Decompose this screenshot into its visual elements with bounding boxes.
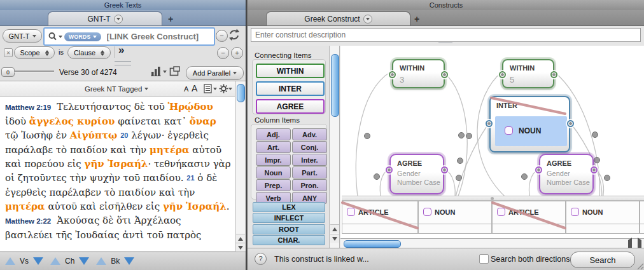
connection-dot[interactable]: [458, 158, 463, 164]
verse-number[interactable]: 21: [186, 174, 194, 182]
verse-slider-thumb[interactable]: 0: [1, 67, 15, 77]
palette-prep-button[interactable]: Prep.: [256, 179, 291, 191]
node-port-left[interactable]: [389, 71, 396, 78]
display-settings-icon[interactable]: [204, 84, 213, 93]
highlighted-word[interactable]: μητέρα: [5, 201, 45, 212]
greek-word[interactable]: Τελευτήσαντος δὲ τοῦ: [57, 101, 168, 112]
palette-inter-button[interactable]: INTER: [256, 81, 325, 96]
connection-dot[interactable]: [594, 158, 600, 163]
right-window-title-bar[interactable]: Constructs: [248, 0, 644, 10]
palette-pron-button[interactable]: Pron.: [292, 179, 327, 191]
clause-popup[interactable]: Clause: [67, 46, 111, 59]
scrollbar-thumb[interactable]: [237, 84, 245, 102]
nav-up-vs-button[interactable]: [5, 257, 15, 265]
column-item-checkbox-icon[interactable]: [347, 208, 355, 216]
add-criteria-button[interactable]: +: [231, 47, 243, 59]
new-tab-button[interactable]: +: [168, 14, 173, 24]
text-module-caret-icon[interactable]: [144, 88, 148, 90]
column-item-checkbox-icon[interactable]: [571, 208, 579, 216]
text-display-icon[interactable]: [169, 66, 181, 77]
scope-popup[interactable]: Scope: [14, 46, 55, 59]
palette-agree-button[interactable]: AGREE: [256, 99, 325, 114]
pane-drag-handle[interactable]: [115, 61, 131, 65]
within-node-2[interactable]: WITHIN 5: [502, 59, 554, 88]
node-port-right[interactable]: [550, 71, 557, 78]
chart-stats-icon[interactable]: [151, 66, 162, 77]
greek-word[interactable]: φαίνεται κατ᾿: [115, 116, 190, 127]
palette-adv-button[interactable]: Adv.: [292, 128, 327, 140]
gear-actions-icon[interactable]: [219, 84, 228, 93]
connection-dot[interactable]: [466, 133, 472, 139]
column-resize-bar[interactable]: [342, 196, 644, 201]
expand-chevrons-button[interactable]: »: [118, 44, 124, 57]
palette-conj-button[interactable]: Conj.: [292, 141, 327, 153]
palette-inflect-button[interactable]: INFLECT: [253, 213, 325, 223]
scroll-left-button[interactable]: [628, 240, 632, 248]
verse-reference[interactable]: Matthew 2:19: [5, 104, 51, 111]
node-port-right[interactable]: [591, 166, 598, 173]
column-header-1[interactable]: ARTICLE: [342, 201, 418, 224]
remove-search-row-button[interactable]: −: [216, 30, 228, 42]
add-parallel-button[interactable]: Add Parallel: [186, 66, 244, 80]
display-settings-caret-icon[interactable]: [213, 88, 217, 90]
greek-word[interactable]: ἰδοὺ: [5, 116, 29, 127]
node-port-left[interactable]: [535, 166, 542, 173]
node-port-left[interactable]: [486, 120, 493, 127]
node-port-left[interactable]: [499, 71, 506, 78]
search-input[interactable]: [106, 31, 214, 42]
update-search-icon[interactable]: [227, 28, 241, 42]
agree-node-right[interactable]: AGREE Gender Number Case: [539, 154, 594, 194]
remove-scope-button[interactable]: ✕: [4, 48, 13, 57]
text-module-popup[interactable]: Greek NT Tagged: [85, 85, 142, 93]
gear-caret-icon[interactable]: [228, 88, 232, 90]
agree-node-left[interactable]: AGREE Gender Number Case: [389, 154, 444, 194]
highlighted-word[interactable]: Αἰγύπτῳ: [70, 130, 118, 141]
scroll-down-button[interactable]: [236, 243, 245, 252]
palette-art-button[interactable]: Art.: [256, 141, 291, 153]
column-item-checkbox-icon[interactable]: [423, 208, 431, 216]
greek-word[interactable]: αὐτοῦ καὶ εἰσῆλθεν εἰς: [45, 201, 163, 212]
palette-within-button[interactable]: WITHIN: [256, 64, 325, 78]
column-cell-empty[interactable]: [566, 224, 640, 234]
scrollbar-thumb[interactable]: [331, 54, 339, 117]
node-port-left[interactable]: [386, 166, 393, 173]
connection-dot[interactable]: [456, 175, 462, 181]
highlighted-word[interactable]: γῆν Ἰσραήλ: [163, 201, 227, 212]
palette-lex-button[interactable]: LEX: [253, 202, 325, 212]
verse-slider-track[interactable]: [14, 71, 54, 72]
nav-down-bk-button[interactable]: [124, 257, 134, 265]
connection-dot[interactable]: [592, 132, 598, 138]
palette-adj-button[interactable]: Adj.: [256, 128, 291, 140]
connection-dot[interactable]: [374, 174, 380, 180]
greek-word[interactable]: .: [227, 201, 230, 212]
palette-char-button[interactable]: CHAR.: [253, 235, 325, 245]
highlighted-word[interactable]: γῆν Ἰσραήλ: [85, 158, 148, 170]
decrease-font-button[interactable]: A: [184, 85, 188, 93]
highlighted-word[interactable]: ὄναρ: [190, 116, 216, 127]
within-node-1[interactable]: WITHIN 3: [392, 59, 445, 88]
palette-inter-button[interactable]: Inter.: [292, 154, 327, 166]
construct-canvas[interactable]: WITHIN 3 WITHIN 5 INTER NOUN: [340, 46, 644, 248]
node-port-right[interactable]: [567, 120, 574, 127]
scroll-down-button[interactable]: [330, 234, 339, 243]
connection-dot[interactable]: [522, 174, 528, 180]
tab-gnt-t[interactable]: GNT-T: [48, 11, 162, 25]
connection-dot[interactable]: [605, 175, 610, 181]
resize-grip-icon[interactable]: [636, 262, 644, 270]
palette-impr-button[interactable]: Impr.: [256, 154, 291, 166]
node-port-right[interactable]: [441, 166, 448, 173]
tab-dropdown-icon[interactable]: [363, 15, 372, 24]
scroll-up-button[interactable]: [236, 234, 245, 243]
canvas-horizontal-scrollbar[interactable]: [340, 238, 644, 248]
highlighted-word[interactable]: Ἡρῴδου: [168, 101, 213, 112]
verse-number[interactable]: 20: [120, 132, 128, 139]
nav-down-ch-button[interactable]: [79, 257, 89, 265]
greek-word[interactable]: τῷ Ἰωσὴφ ἐν: [5, 130, 70, 141]
column-cell-empty[interactable]: [418, 224, 492, 234]
text-vertical-scrollbar[interactable]: [235, 81, 246, 252]
highlighted-word[interactable]: ἄγγελος κυρίου: [29, 116, 115, 127]
inter-noun-item[interactable]: NOUN: [495, 116, 567, 146]
column-item-checkbox-icon[interactable]: [497, 208, 505, 216]
node-port-right[interactable]: [441, 71, 448, 78]
connection-dot[interactable]: [459, 133, 465, 138]
